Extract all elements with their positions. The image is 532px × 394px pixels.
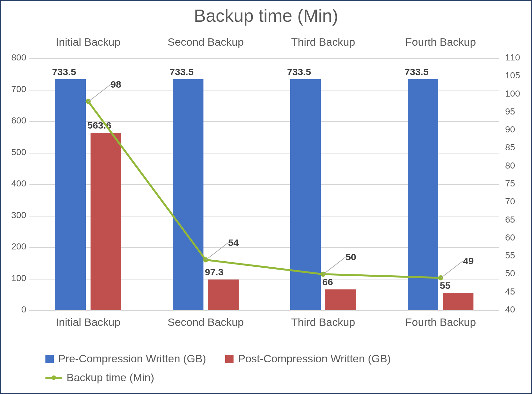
legend-item-pre: Pre-Compression Written (GB) <box>45 352 206 365</box>
y-right-tick-label: 55 <box>505 250 528 261</box>
backup-time-line <box>88 101 441 278</box>
data-label-post: 97.3 <box>205 267 223 278</box>
chart-title: Backup time (Min) <box>1 5 531 26</box>
data-label-time: 54 <box>228 237 239 248</box>
y-right-tick-label: 80 <box>505 161 528 171</box>
data-label-time: 98 <box>111 79 121 90</box>
y-left-tick-label: 300 <box>4 210 26 220</box>
data-label-post: 66 <box>322 277 333 288</box>
plot-area: 0100200300400500600700800404550556065707… <box>29 58 499 310</box>
y-right-tick-label: 70 <box>505 196 528 207</box>
category-label-top: Fourth Backup <box>396 36 485 48</box>
leader-line <box>323 257 346 275</box>
legend-swatch-line <box>45 377 62 379</box>
bar-pre <box>173 79 203 310</box>
leader-line <box>88 84 111 102</box>
y-right-tick-label: 50 <box>505 268 528 279</box>
category-label-top: Third Backup <box>278 36 368 48</box>
category-label-bottom: Second Backup <box>161 316 250 328</box>
data-label-pre: 733.5 <box>170 67 194 77</box>
legend-label-time: Backup time (Min) <box>67 371 154 384</box>
data-label-time: 49 <box>463 256 473 266</box>
y-right-tick-label: 75 <box>505 178 528 189</box>
bar-post <box>208 280 238 310</box>
category-label-top: Initial Backup <box>44 36 133 48</box>
legend-item-time: Backup time (Min) <box>45 371 154 384</box>
bar-pre <box>290 79 321 310</box>
data-label-post: 563.6 <box>87 120 111 131</box>
legend-label-post: Post-Compression Written (GB) <box>238 352 391 365</box>
data-label-pre: 733.5 <box>287 67 311 77</box>
bar-post <box>325 289 356 310</box>
chart-frame: Backup time (Min) 0100200300400500600700… <box>0 0 532 394</box>
category-label-top: Second Backup <box>161 36 250 48</box>
y-left-tick-label: 200 <box>4 241 26 252</box>
leader-line <box>205 243 228 261</box>
legend: Pre-Compression Written (GB) Post-Compre… <box>45 352 487 384</box>
bar-post <box>443 293 473 310</box>
y-right-tick-label: 105 <box>505 70 528 81</box>
legend-swatch-pre <box>45 355 54 363</box>
category-label-bottom: Third Backup <box>278 316 368 328</box>
y-left-tick-label: 400 <box>4 178 26 189</box>
y-left-tick-label: 600 <box>4 115 26 126</box>
category-label-bottom: Initial Backup <box>44 316 133 328</box>
y-right-tick-label: 100 <box>505 89 528 99</box>
y-left-tick-label: 500 <box>4 147 26 157</box>
bar-post <box>91 133 121 310</box>
y-right-tick-label: 110 <box>505 52 528 63</box>
y-left-tick-label: 0 <box>4 304 26 315</box>
y-right-tick-label: 60 <box>505 232 528 243</box>
data-label-time: 50 <box>345 252 356 263</box>
y-right-tick-label: 40 <box>505 304 528 315</box>
y-right-tick-label: 85 <box>505 142 528 153</box>
y-left-tick-label: 100 <box>4 273 26 283</box>
y-right-tick-label: 90 <box>505 124 528 135</box>
y-right-tick-label: 45 <box>505 287 528 297</box>
y-left-tick-label: 800 <box>4 52 26 63</box>
leader-line <box>441 261 463 279</box>
legend-label-pre: Pre-Compression Written (GB) <box>58 352 206 365</box>
bar-pre <box>408 79 438 310</box>
data-label-post: 55 <box>440 280 450 291</box>
gridline <box>29 310 499 311</box>
y-right-tick-label: 65 <box>505 215 528 225</box>
y-left-tick-label: 700 <box>4 84 26 94</box>
legend-swatch-post <box>225 355 234 363</box>
y-right-tick-label: 95 <box>505 106 528 117</box>
bar-pre <box>55 79 86 310</box>
category-label-bottom: Fourth Backup <box>396 316 485 328</box>
data-label-pre: 733.5 <box>52 67 76 77</box>
data-label-pre: 733.5 <box>405 67 429 77</box>
gridline <box>29 58 499 59</box>
legend-item-post: Post-Compression Written (GB) <box>225 352 391 365</box>
